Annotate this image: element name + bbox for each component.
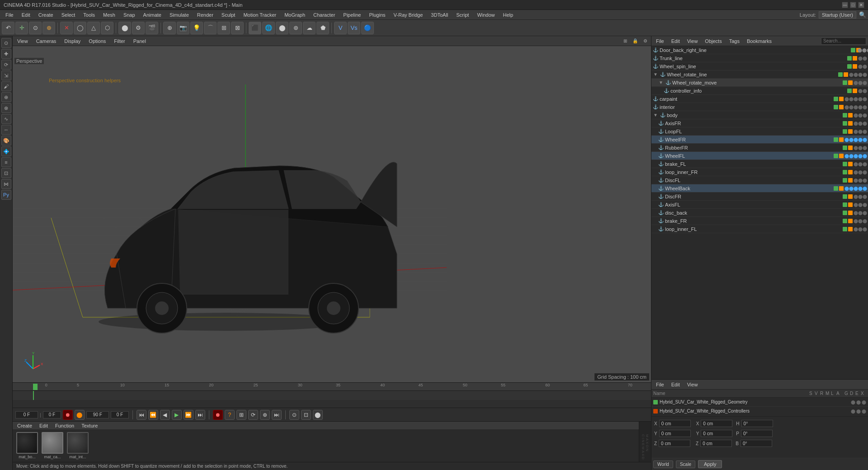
obj-row-body[interactable]: ▼ ⚓ body ⬤⬤⬤ <box>651 111 868 119</box>
obj-row-rubberfr[interactable]: ⚓ RubberFR ⬤⬤⬤ <box>651 144 868 152</box>
obj-view-menu[interactable]: View <box>684 38 701 45</box>
rigging-tool[interactable]: ⊡ <box>1 168 11 178</box>
material-item-body[interactable]: mat_bo... <box>16 432 38 459</box>
vis-dot[interactable] <box>843 80 847 85</box>
menu-select[interactable]: Select <box>58 11 79 19</box>
p-input[interactable] <box>741 430 773 437</box>
timeline-expand[interactable]: ⬤ <box>313 410 323 420</box>
ren-dot[interactable] <box>848 80 853 85</box>
ren-dot[interactable] <box>853 89 857 93</box>
menu-sculpt[interactable]: Sculpt <box>218 11 239 19</box>
obj-tags-menu[interactable]: Tags <box>726 38 742 45</box>
move-tool[interactable]: ✚ <box>1 49 11 59</box>
obj-objects-menu[interactable]: Objects <box>702 38 724 45</box>
z-pos-input[interactable] <box>659 440 690 447</box>
knife-tool[interactable]: ⊗ <box>1 103 11 113</box>
light-btn[interactable]: 💡 <box>190 22 203 34</box>
ren-dot[interactable] <box>839 97 844 101</box>
loop-button[interactable]: ⟳ <box>248 410 258 420</box>
vis-dot[interactable] <box>834 186 838 191</box>
vis-dot[interactable] <box>843 146 847 150</box>
visibility-dot[interactable] <box>851 48 855 52</box>
record-key-button[interactable]: ⏺ <box>213 410 223 420</box>
mat-edit[interactable]: Edit <box>37 422 51 429</box>
key-frame-snap[interactable]: ⊙ <box>289 410 299 420</box>
menu-script[interactable]: Script <box>453 11 472 19</box>
ren-dot[interactable] <box>848 227 853 231</box>
floor-btn[interactable]: ⬛ <box>249 22 261 34</box>
menu-render[interactable]: Render <box>193 11 217 19</box>
record-button[interactable]: ⏺ <box>63 410 73 420</box>
model-mode[interactable]: ✕ <box>60 22 73 34</box>
menu-snap[interactable]: Snap <box>120 11 139 19</box>
step-forward[interactable]: ⏩ <box>184 410 193 420</box>
z-rot-input[interactable] <box>700 440 732 447</box>
expand-icon[interactable]: ▼ <box>652 112 659 118</box>
vis-dot[interactable] <box>834 105 838 109</box>
viewport-canvas[interactable]: Perspective construction helpers Perspec… <box>13 46 651 382</box>
vis-dot[interactable] <box>843 211 847 215</box>
render-settings[interactable]: ⚙ <box>132 22 145 34</box>
hair-tool[interactable]: ≡ <box>1 157 11 167</box>
undo-button[interactable]: ↶ <box>2 22 14 34</box>
obj-row-discfl[interactable]: ⚓ DiscFL ⬤⬤⬤ <box>651 176 868 184</box>
x-pos-input[interactable] <box>659 420 691 427</box>
end-frame-input[interactable] <box>86 411 109 418</box>
h-input[interactable] <box>741 420 773 427</box>
play-forward[interactable]: ▶ <box>172 410 182 420</box>
python-tool[interactable]: Py <box>1 190 11 200</box>
menu-character[interactable]: Character <box>310 11 339 19</box>
obj-row-door-back[interactable]: ⚓ Door_back_right_line ⬤⬤⬤ <box>651 46 868 54</box>
ren-dot[interactable] <box>839 186 844 191</box>
props-edit-menu[interactable]: Edit <box>669 381 683 388</box>
ren-dot[interactable] <box>844 72 848 77</box>
ping-pong[interactable]: ⏭ <box>272 410 282 420</box>
rotate-tool[interactable]: ⟳ <box>1 60 11 70</box>
maximize-button[interactable]: □ <box>850 2 856 8</box>
ren-dot[interactable] <box>839 154 844 158</box>
current-frame-input[interactable] <box>15 411 38 418</box>
panel-menu[interactable]: Panel <box>131 38 149 45</box>
obj-row-wheel-spin[interactable]: ⚓ Wheel_spin_line ⬤⬤ <box>651 62 868 70</box>
menu-vray[interactable]: V-Ray Bridge <box>390 11 427 19</box>
menu-animate[interactable]: Animate <box>140 11 165 19</box>
ren-dot[interactable] <box>853 56 857 61</box>
menu-simulate[interactable]: Simulate <box>166 11 193 19</box>
paint-tool[interactable]: 🎨 <box>1 136 11 146</box>
menu-create[interactable]: Create <box>35 11 57 19</box>
ren-dot[interactable] <box>848 170 853 174</box>
obj-row-controller[interactable]: ⚓ controller_info ⬤⬤ <box>651 87 868 95</box>
vis-dot[interactable] <box>843 219 847 223</box>
vis-dot[interactable] <box>843 162 847 166</box>
go-to-end[interactable]: ⏭ <box>195 410 205 420</box>
viewport[interactable]: View Cameras Display Options Filter Pane… <box>13 36 651 382</box>
obj-file-menu[interactable]: File <box>653 38 667 45</box>
bounce-button[interactable]: ⊕ <box>260 410 270 420</box>
menu-tools[interactable]: Tools <box>80 11 99 19</box>
obj-edit-menu[interactable]: Edit <box>669 38 683 45</box>
vray-btn3[interactable]: 🔵 <box>361 22 374 34</box>
brush-tool[interactable]: 🖌 <box>1 81 11 91</box>
cameras-menu[interactable]: Cameras <box>33 38 59 45</box>
ren-dot[interactable] <box>848 129 853 134</box>
obj-row-brakefl[interactable]: ⚓ brake_FL ⬤⬤⬤ <box>651 160 868 168</box>
autokey-button[interactable]: ⬤ <box>75 410 85 420</box>
menu-pipeline[interactable]: Pipeline <box>340 11 364 19</box>
vis-dot[interactable] <box>843 129 847 134</box>
filter-menu[interactable]: Filter <box>111 38 127 45</box>
ren-dot[interactable] <box>848 219 853 223</box>
frame-label[interactable] <box>43 411 61 418</box>
menu-file[interactable]: File <box>2 11 17 19</box>
help-button[interactable]: ? <box>225 410 235 420</box>
ren-dot[interactable] <box>848 146 853 150</box>
expand-icon[interactable]: ▼ <box>658 80 664 86</box>
vis-dot[interactable] <box>843 113 847 118</box>
menu-motion-tracker[interactable]: Motion Tracker <box>240 11 280 19</box>
bool-btn[interactable]: ⊠ <box>231 22 244 34</box>
close-button[interactable]: ✕ <box>858 2 864 8</box>
obj-row-brakefr[interactable]: ⚓ brake_FR ⬤⬤⬤ <box>651 217 868 225</box>
obj-row-wheelfr[interactable]: ⚓ WheelFR ⬤⬤⬤⬤⬤ <box>651 136 868 144</box>
menu-mograph[interactable]: MoGraph <box>281 11 309 19</box>
obj-search-input[interactable] <box>821 38 866 45</box>
props-file-menu[interactable]: File <box>653 381 667 388</box>
